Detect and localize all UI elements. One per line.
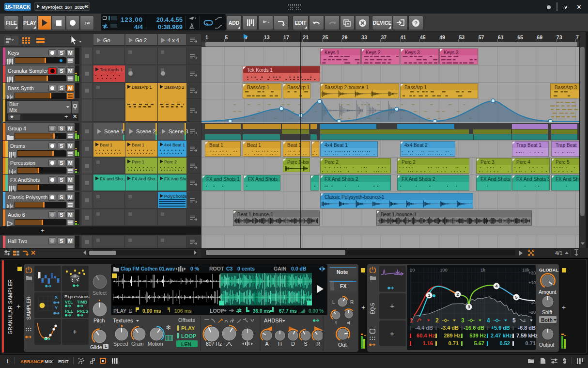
svg-text:2: 2: [456, 292, 459, 297]
svg-text:4: 4: [495, 284, 497, 288]
svg-text:?: ?: [414, 20, 418, 26]
svg-text:5: 5: [515, 295, 517, 300]
svg-text:1: 1: [428, 293, 430, 298]
svg-text:3: 3: [467, 304, 470, 309]
